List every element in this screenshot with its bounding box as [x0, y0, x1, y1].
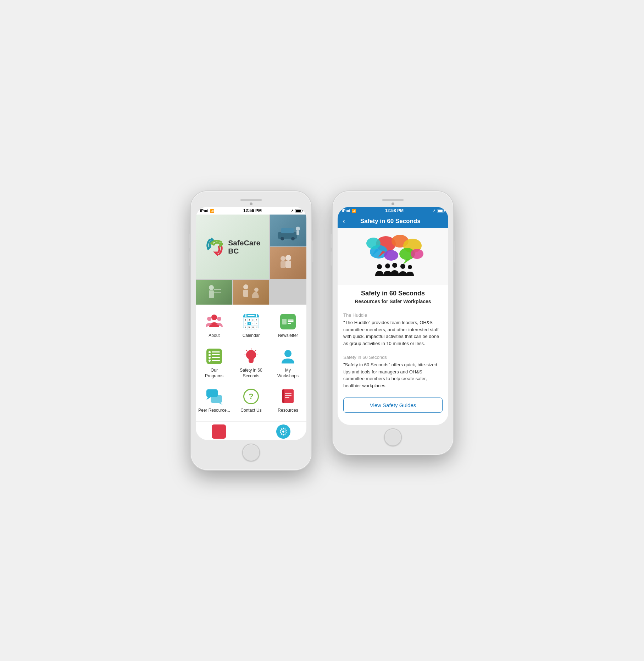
- resources-label: Resources: [278, 408, 298, 413]
- contact-icon-inner: ?: [243, 389, 259, 404]
- photo-scene-4-svg: [239, 280, 263, 305]
- programs-label: OurPrograms: [205, 368, 223, 379]
- menu-item-programs[interactable]: OurPrograms: [196, 343, 233, 383]
- svg-point-6: [285, 255, 291, 261]
- svg-rect-15: [243, 290, 248, 297]
- detail-title-block: Safety in 60 Seconds Resources for Safer…: [338, 285, 448, 308]
- menu-item-calendar[interactable]: 1234 5678 9101112 Calendar: [233, 308, 270, 343]
- section-1-label: The Huddle: [338, 308, 448, 319]
- volume-up-button[interactable]: [189, 234, 190, 248]
- svg-point-8: [281, 256, 285, 261]
- svg-point-45: [411, 249, 423, 259]
- svg-rect-5: [296, 231, 299, 235]
- svg-point-4: [296, 227, 300, 231]
- hero-photo-3: [196, 280, 232, 305]
- status-right: ↗: [291, 209, 302, 212]
- myworkshops-icon: [279, 347, 297, 366]
- svg-rect-21: [249, 361, 254, 362]
- logo-icon: [205, 237, 224, 257]
- svg-point-51: [385, 263, 390, 268]
- home-button[interactable]: [242, 444, 260, 461]
- location-icon-2: ↗: [433, 209, 435, 212]
- status-bar: iPod 📶 12:56 PM ↗: [196, 207, 306, 215]
- bottom-icon-2: [276, 424, 290, 439]
- menu-item-about[interactable]: About: [196, 308, 233, 343]
- time-display: 12:56 PM: [243, 208, 262, 213]
- svg-point-54: [408, 265, 412, 269]
- volume-up-button-2[interactable]: [331, 234, 332, 248]
- svg-point-16: [254, 288, 259, 292]
- safecare-logo: SafeCare BC: [205, 237, 260, 257]
- menu-grid: About 1234 5678: [196, 305, 306, 421]
- programs-icon-inner: [206, 349, 222, 364]
- speaker-grille-2: [382, 199, 404, 201]
- back-button[interactable]: ‹: [343, 217, 345, 225]
- wifi-icon: 📶: [210, 209, 214, 213]
- battery-icon-2: [437, 209, 444, 212]
- svg-line-24: [256, 350, 256, 351]
- svg-marker-32: [218, 403, 223, 405]
- home-button-2[interactable]: [384, 428, 402, 446]
- photo-scene-1-svg: [276, 218, 301, 243]
- detail-main-title: Safety in 60 Seconds: [343, 290, 443, 297]
- gear-icon: [279, 427, 288, 436]
- status-left: iPod 📶: [200, 209, 214, 213]
- phone-top-bezel: [196, 196, 306, 207]
- hero-photo-1: [270, 215, 306, 246]
- phone-top-bezel-2: [338, 196, 448, 207]
- wifi-icon-2: 📶: [352, 209, 356, 213]
- svg-rect-34: [282, 389, 284, 403]
- safety60-label: Safety in 60 Seconds: [234, 368, 268, 379]
- about-icon-svg: [205, 312, 223, 331]
- photo-scene-2-svg: [276, 251, 301, 276]
- hero-image-grid: SafeCare BC: [196, 215, 306, 305]
- svg-point-46: [366, 238, 381, 249]
- svg-point-18: [207, 317, 211, 321]
- menu-item-resources[interactable]: Resources: [270, 383, 306, 418]
- location-icon: ↗: [291, 209, 294, 212]
- svg-point-14: [243, 284, 248, 289]
- logo-cell: SafeCare BC: [196, 215, 269, 279]
- menu-item-safety60[interactable]: Safety in 60 Seconds: [233, 343, 270, 383]
- time-display-2: 12:58 PM: [385, 208, 404, 213]
- device-label-2: iPod: [342, 209, 350, 213]
- svg-rect-31: [211, 395, 222, 403]
- detail-content: Safety in 60 Seconds Resources for Safer…: [338, 228, 448, 425]
- myworkshops-icon-svg: [279, 348, 296, 365]
- svg-point-44: [384, 250, 398, 261]
- bottom-icon-1: [212, 424, 226, 439]
- svg-rect-7: [285, 261, 291, 268]
- safety60-icon-svg: [243, 348, 260, 365]
- about-label: About: [209, 333, 220, 339]
- svg-point-53: [400, 264, 405, 269]
- svg-point-10: [209, 285, 214, 290]
- menu-item-myworkshops[interactable]: MyWorkshops: [270, 343, 306, 383]
- photo-scene-3-svg: [201, 280, 226, 305]
- contact-label: Contact Us: [240, 408, 261, 413]
- menu-item-peer[interactable]: Peer Resource...: [196, 383, 233, 418]
- programs-icon: [205, 347, 223, 366]
- volume-down-button[interactable]: [189, 251, 190, 266]
- myworkshops-label: MyWorkshops: [277, 368, 299, 379]
- calendar-label: Calendar: [243, 333, 260, 339]
- svg-line-25: [246, 350, 247, 351]
- power-button-2[interactable]: [454, 241, 455, 262]
- header-title: Safety in 60 Seconds: [349, 218, 432, 225]
- resources-icon: [279, 387, 297, 406]
- calendar-icon-inner: 1234 5678 9101112: [243, 314, 259, 329]
- volume-down-button-2[interactable]: [331, 251, 332, 266]
- device-label: iPod: [200, 209, 209, 213]
- logo-text-block: SafeCare BC: [228, 239, 260, 255]
- about-icon: [205, 312, 223, 331]
- power-button[interactable]: [312, 241, 313, 262]
- menu-item-newsletter[interactable]: Newsletter: [270, 308, 306, 343]
- svg-point-2: [291, 237, 295, 240]
- view-guides-button[interactable]: View Safety Guides: [343, 398, 443, 413]
- menu-item-contact[interactable]: ? Contact Us: [233, 383, 270, 418]
- scene: iPod 📶 12:56 PM ↗: [191, 191, 453, 470]
- view-guides-wrapper: View Safety Guides: [338, 393, 448, 418]
- svg-point-50: [377, 264, 382, 269]
- hero-photo-2: [270, 247, 306, 279]
- app-header: ‹ Safety in 60 Seconds: [338, 215, 448, 228]
- svg-rect-9: [281, 261, 285, 268]
